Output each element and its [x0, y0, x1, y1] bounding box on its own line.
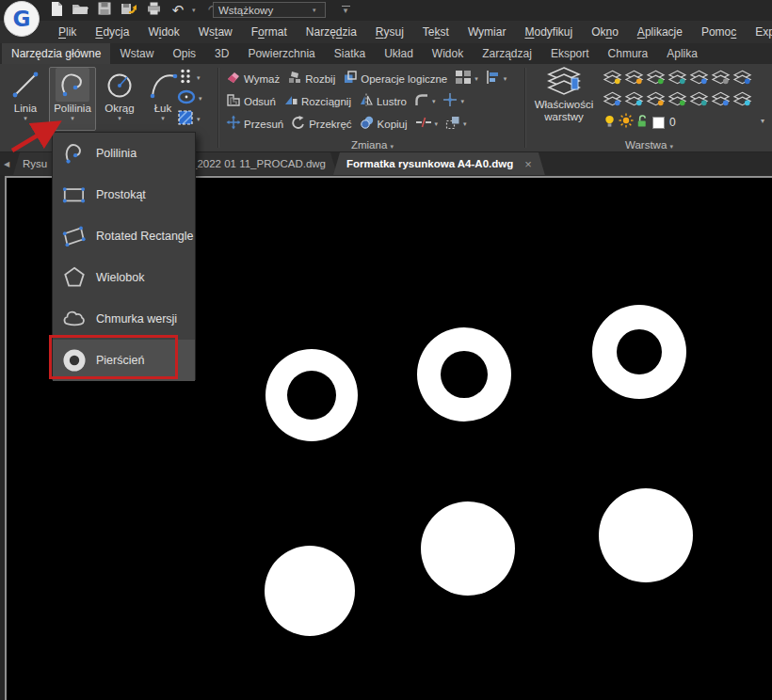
close-icon[interactable]: × [524, 157, 532, 171]
donut-shape[interactable] [592, 305, 686, 399]
menu-rysuj[interactable]: Rysuj [366, 22, 413, 42]
layer-tool-button[interactable] [623, 89, 644, 109]
ribbon-tab-aplika[interactable]: Aplika [657, 43, 707, 64]
menu-okno[interactable]: Okno [582, 22, 628, 42]
chevron-down-icon[interactable]: ▾ [463, 120, 467, 128]
fillet-tools[interactable]: ▾ [411, 90, 439, 113]
array-tools[interactable]: ▾ [452, 68, 481, 90]
flyout-item-polilinia[interactable]: Polilinia [53, 133, 195, 174]
boolean-operations-button[interactable]: Operacje logiczne [340, 68, 450, 90]
ribbon-tab-3d[interactable]: 3D [205, 43, 238, 64]
layer-tool-button[interactable] [602, 89, 622, 109]
menu-plik[interactable]: Plik [49, 22, 86, 42]
ribbon-tab-siatka[interactable]: Siatka [325, 43, 375, 64]
rotate-button[interactable]: Przekręć [288, 113, 354, 135]
layer-tool-button[interactable] [645, 89, 666, 109]
layer-tool-button[interactable] [710, 89, 731, 109]
sun-icon[interactable] [618, 113, 634, 128]
menu-format[interactable]: Format [242, 22, 297, 42]
save-button[interactable] [94, 1, 115, 20]
panel-label-layer[interactable]: Warstwa ▾ [526, 139, 772, 151]
ribbon-tab-uk-ad[interactable]: Układ [375, 43, 423, 64]
okrąg-button[interactable]: Okrąg▾ [98, 67, 141, 131]
menu-aplikacje[interactable]: Aplikacje [628, 22, 692, 42]
explode-button[interactable]: Rozbij [284, 68, 338, 90]
chevron-down-icon[interactable]: ▾ [504, 75, 507, 83]
donut-shape[interactable] [417, 327, 511, 422]
filled-donut-shape[interactable] [421, 501, 515, 596]
layer-tool-button[interactable] [732, 89, 752, 109]
layer-tool-button[interactable] [602, 68, 622, 88]
chevron-down-icon[interactable]: ▾ [192, 7, 200, 14]
layer-tool-button[interactable] [645, 68, 666, 88]
filled-donut-shape[interactable] [599, 488, 693, 582]
workspace-combobox[interactable]: Wstążkowy ▾ [213, 2, 326, 18]
move-button[interactable]: Przesuń [223, 113, 286, 135]
donut-shape[interactable] [265, 349, 358, 441]
flyout-item-wielobok[interactable]: Wielobok [53, 257, 195, 298]
unlock-icon[interactable] [634, 114, 650, 128]
chevron-down-icon[interactable]: ▾ [435, 120, 439, 128]
chevron-down-icon[interactable]: ▾ [161, 115, 165, 122]
flyout-item-rotated-rectangle[interactable]: Rotated Rectangle [53, 215, 195, 257]
stretch-button[interactable]: Rozciągnij [281, 90, 354, 113]
mirror-button[interactable]: Lustro [356, 90, 410, 113]
menu-wstaw[interactable]: Wstaw [189, 22, 242, 42]
chevron-down-icon[interactable]: ▾ [197, 74, 201, 82]
undo-button[interactable]: ↶ [168, 1, 188, 20]
align-tools[interactable]: ▾ [483, 68, 510, 90]
copy-button[interactable]: Kopiuj [357, 113, 410, 135]
layer-tool-button[interactable] [667, 89, 687, 109]
erase-button[interactable]: Wymaż [223, 68, 282, 90]
chevron-down-icon[interactable]: ▾ [432, 98, 436, 105]
bulb-icon[interactable] [602, 114, 618, 128]
layer-tool-button[interactable] [667, 68, 687, 88]
ribbon-tab-wstaw[interactable]: Wstaw [110, 43, 163, 64]
layer-tool-button[interactable] [623, 68, 644, 88]
open-file-button[interactable] [70, 1, 90, 20]
menu-tekst[interactable]: Tekst [413, 22, 458, 42]
ribbon-tab-widok[interactable]: Widok [423, 43, 473, 64]
document-tab[interactable]: Formatka rysunkowa A4-A0.dwg× [333, 152, 545, 175]
menu-wymiar[interactable]: Wymiar [458, 22, 516, 42]
łuk-button[interactable]: Łuk▾ [141, 67, 185, 131]
menu-widok[interactable]: Widok [138, 22, 188, 42]
linia-button[interactable]: Linia▾ [4, 67, 47, 131]
panel-label-modify[interactable]: Zmiana ▾ [219, 139, 525, 151]
chevron-down-icon[interactable]: ▾ [197, 116, 201, 123]
chevron-down-icon[interactable]: ▾ [474, 75, 478, 83]
ribbon-tab-chmura[interactable]: Chmura [599, 43, 658, 64]
chevron-down-icon[interactable]: ▾ [460, 98, 464, 105]
scale-tools[interactable]: ▾ [442, 113, 470, 135]
layer-properties-button[interactable]: Właściwości warstwy [530, 67, 598, 135]
menu-express[interactable]: Express [746, 22, 772, 42]
ribbon-tab-zarz-dzaj[interactable]: Zarządzaj [473, 43, 541, 64]
save-as-button[interactable] [119, 1, 139, 20]
new-file-button[interactable] [45, 1, 66, 20]
menu-pomoc[interactable]: Pomoc [692, 22, 746, 42]
flyout-item-prostokąt[interactable]: Prostokąt [53, 174, 195, 215]
ribbon-tab-powierzchnia[interactable]: Powierzchnia [238, 43, 324, 64]
tab-scroll-left-button[interactable]: ◀ [0, 152, 13, 175]
flyout-item-chmurka-wersji[interactable]: Chmurka wersji [53, 298, 195, 340]
ribbon-tab-eksport[interactable]: Eksport [541, 43, 599, 64]
flyout-item-pierścień[interactable]: Pierścień [53, 340, 195, 381]
menu-narzdzia[interactable]: Narzędzia [297, 22, 366, 42]
menu-modyfikuj[interactable]: Modyfikuj [515, 22, 582, 42]
menu-edycja[interactable]: Edycja [86, 22, 138, 42]
current-layer-control[interactable]: 0 [602, 113, 676, 132]
break-tools[interactable]: ▾ [412, 113, 442, 135]
chevron-down-icon[interactable]: ▾ [118, 115, 121, 122]
layer-dropdown-chevron-icon[interactable]: ▾ [761, 117, 764, 125]
app-logo[interactable]: G [4, 1, 40, 37]
layer-tool-button[interactable] [688, 89, 709, 109]
print-button[interactable] [143, 1, 164, 20]
layer-tool-button[interactable] [732, 68, 752, 88]
chevron-down-icon[interactable]: ▾ [199, 95, 202, 103]
filled-donut-shape[interactable] [265, 546, 355, 636]
offset-button[interactable]: Odsuń [223, 90, 279, 113]
polilinia-button[interactable]: Polilinia▾ [49, 67, 96, 131]
customize-toolbar-button[interactable]: ▾ [339, 4, 352, 17]
layer-tool-button[interactable] [688, 68, 709, 88]
layer-tool-button[interactable] [710, 68, 731, 88]
